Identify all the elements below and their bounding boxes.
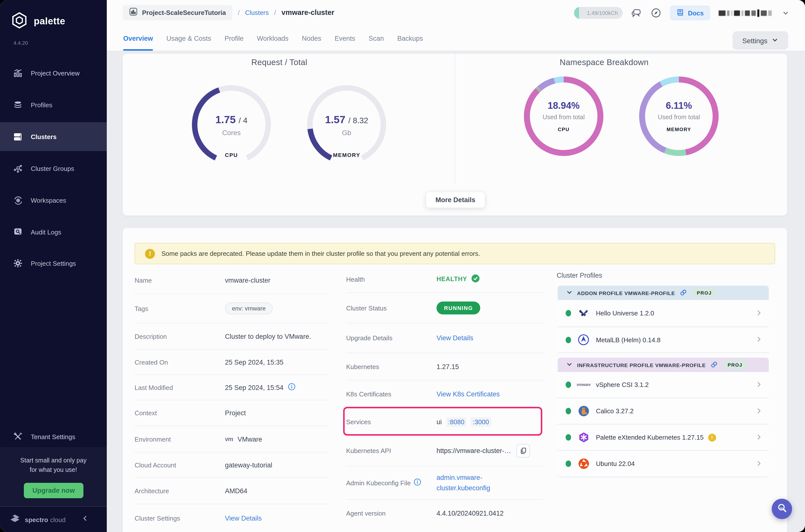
breadcrumb: Project-ScaleSecureTutoria / Clusters / … <box>123 4 334 21</box>
admin-kubeconfig-link[interactable]: admin.vmware-cluster.kubeconfig <box>437 472 505 493</box>
breadcrumb-clusters-link[interactable]: Clusters <box>245 9 269 16</box>
sidebar-item-cluster-groups[interactable]: Cluster Groups <box>0 154 107 183</box>
sidebar-divider <box>0 506 107 507</box>
tools-icon <box>13 432 23 442</box>
tab-workloads[interactable]: Workloads <box>257 26 289 51</box>
status-dot <box>566 434 571 441</box>
sidebar-item-label: Clusters <box>31 133 57 140</box>
infrastructure-profile-header[interactable]: INFRASTRUCTURE PROFILE VMWARE-PROFILE PR… <box>558 358 769 372</box>
sidebar-item-label: Tenant Settings <box>31 433 75 440</box>
info-icon[interactable] <box>288 383 295 392</box>
sidebar-item-label: Cluster Groups <box>31 165 74 172</box>
header-actions: 1.49/100kCh Docs <box>574 5 791 21</box>
sidebar-item-project-overview[interactable]: Project Overview <box>0 59 107 88</box>
cluster-tabs: Overview Usage & Costs Profile Workloads… <box>123 26 423 51</box>
healthy-check-icon <box>471 274 479 284</box>
service-port-link[interactable]: :3000 <box>471 417 491 426</box>
user-menu-redacted[interactable] <box>718 9 772 17</box>
app-window: palette 4.4.20 Project Overview Profiles… <box>0 0 805 532</box>
gear-icon <box>13 258 23 268</box>
detail-row-environment: Environment vmVMware <box>135 426 329 453</box>
book-icon <box>676 8 684 18</box>
namespace-cpu-donut: 18.94% Used from total CPU <box>521 74 606 158</box>
upgrade-view-details-link[interactable]: View Details <box>437 334 473 342</box>
profile-pack-ubuntu[interactable]: Ubuntu 22.04 <box>558 451 769 477</box>
breadcrumb-separator: / <box>238 9 239 16</box>
detail-row-admin-kubeconfig: Admin Kubeconfig File admin.vmware-clust… <box>346 467 544 500</box>
status-dot <box>566 337 571 343</box>
chat-icon[interactable] <box>631 7 642 18</box>
detail-row-tags: Tags env: vmware <box>135 294 329 323</box>
tab-usage-costs[interactable]: Usage & Costs <box>166 26 211 51</box>
promo-text: Start small and only pay for what you us… <box>0 456 107 475</box>
profiles-icon <box>13 100 23 110</box>
sidebar-item-tenant-settings[interactable]: Tenant Settings <box>0 422 107 451</box>
usage-meter-value: 1.49/100kCh <box>587 10 618 16</box>
app-logo[interactable]: palette <box>11 12 65 31</box>
usage-meter[interactable]: 1.49/100kCh <box>574 7 623 19</box>
view-k8s-certificates-link[interactable]: View K8s Certificates <box>437 391 500 398</box>
detail-row-name: Name vmware-cluster <box>135 267 329 294</box>
audit-logs-icon <box>13 227 23 237</box>
project-chart-icon <box>129 7 138 17</box>
detail-row-last-modified: Last Modified 25 Sep 2024, 15:54 <box>135 375 329 400</box>
chevron-down-icon <box>772 37 779 44</box>
sidebar-item-profiles[interactable]: Profiles <box>0 90 107 119</box>
profile-pack-calico[interactable]: Calico 3.27.2 <box>558 398 769 425</box>
chevron-right-icon <box>756 459 762 468</box>
tab-scan[interactable]: Scan <box>368 26 384 51</box>
sidebar-collapse-icon[interactable] <box>82 515 89 524</box>
more-details-button[interactable]: More Details <box>426 192 485 208</box>
detail-row-health: Health HEALTHY <box>346 266 544 293</box>
settings-button[interactable]: Settings <box>732 31 788 50</box>
sidebar-item-audit-logs[interactable]: Audit Logs <box>0 217 107 246</box>
workspaces-icon <box>13 195 23 205</box>
details-left-column: Name vmware-cluster Tags env: vmware Des… <box>135 267 329 532</box>
sidebar-item-project-settings[interactable]: Project Settings <box>0 249 107 278</box>
sidebar-item-label: Profiles <box>31 101 52 109</box>
tab-events[interactable]: Events <box>335 26 355 51</box>
addon-profile-header[interactable]: ADDON PROFILE VMWARE-PROFILE PROJ <box>558 286 769 300</box>
cluster-settings-view-details-link[interactable]: View Details <box>225 514 262 522</box>
sidebar-item-clusters[interactable]: Clusters <box>0 122 107 151</box>
tab-profile[interactable]: Profile <box>225 26 244 51</box>
copy-icon[interactable] <box>516 444 530 457</box>
breadcrumb-cluster-name: vmware-cluster <box>282 8 334 16</box>
profile-pack-hello-universe[interactable]: Hello Universe 1.2.0 <box>558 300 769 327</box>
compass-icon[interactable] <box>651 7 662 18</box>
profile-pack-palette-kubernetes[interactable]: Palette eXtended Kubernetes 1.27.15! <box>558 425 769 451</box>
chevron-right-icon <box>756 309 762 318</box>
tab-overview[interactable]: Overview <box>123 26 153 51</box>
pack-warning-icon: ! <box>708 433 716 441</box>
cluster-details-card: ! Some packs are deprecated. Please upda… <box>123 228 787 532</box>
tab-backups[interactable]: Backups <box>397 26 423 51</box>
usage-overview-card: Request / Total Namespace Breakdown 1.75… <box>123 54 787 215</box>
user-menu-chevron-down-icon[interactable] <box>780 7 791 18</box>
docs-button[interactable]: Docs <box>670 5 710 20</box>
chevron-right-icon <box>756 433 762 442</box>
profile-pack-metallb[interactable]: MetalLB (Helm) 0.14.8 <box>558 327 769 353</box>
link-icon[interactable] <box>680 289 687 297</box>
tab-nodes[interactable]: Nodes <box>302 26 321 51</box>
spectro-cloud-logo-icon <box>9 513 21 527</box>
service-port-link[interactable]: :8080 <box>446 417 466 426</box>
namespace-memory-donut: 6.11% Used from total MEMORY <box>637 74 721 158</box>
calico-icon <box>578 405 590 417</box>
cluster-profiles-panel: ADDON PROFILE VMWARE-PROFILE PROJ Hello … <box>558 286 769 477</box>
detail-row-services: Services ui :8080 :3000 <box>346 408 544 436</box>
chevron-right-icon <box>756 335 762 344</box>
tag-pill: env: vmware <box>225 303 273 315</box>
search-fab[interactable] <box>772 499 792 519</box>
info-icon[interactable] <box>414 478 421 487</box>
link-icon[interactable] <box>711 361 717 369</box>
vmware-logo-icon: vmware <box>578 379 590 391</box>
profile-pack-vsphere-csi[interactable]: vmware vSphere CSI 3.1.2 <box>558 372 769 398</box>
detail-row-created-on: Created On 25 Sep 2024, 15:35 <box>135 350 329 375</box>
upgrade-now-button[interactable]: Upgrade now <box>24 483 83 498</box>
sidebar: palette 4.4.20 Project Overview Profiles… <box>0 0 107 532</box>
palette-logo-icon <box>11 12 28 31</box>
detail-row-cloud-account: Cloud Account gateway-tutorial <box>135 453 329 478</box>
detail-row-cluster-status: Cluster Status RUNNING <box>346 293 544 323</box>
breadcrumb-project[interactable]: Project-ScaleSecureTutoria <box>123 5 232 20</box>
sidebar-item-workspaces[interactable]: Workspaces <box>0 186 107 214</box>
